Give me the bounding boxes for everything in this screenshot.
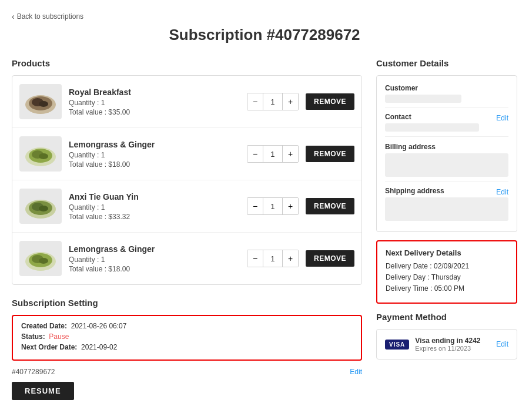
delivery-day: Delivery Day : Thursday <box>386 273 508 281</box>
product-info: Royal Breakfast Quantity : 1 Total value… <box>69 88 240 116</box>
customer-details-title: Customer Details <box>376 58 517 68</box>
product-image <box>19 241 62 276</box>
quantity-increase-button[interactable]: + <box>283 146 298 162</box>
product-total: Total value : $18.00 <box>69 160 240 169</box>
product-info: Lemongrass & Ginger Quantity : 1 Total v… <box>69 244 240 273</box>
quantity-value: 1 <box>263 198 283 214</box>
payment-info: Visa ending in 4242 Expires on 11/2023 <box>415 337 490 352</box>
billing-address-block <box>385 153 508 177</box>
card-name: Visa ending in 4242 <box>415 337 490 345</box>
product-info: Anxi Tie Guan Yin Quantity : 1 Total val… <box>69 192 240 221</box>
products-section-title: Products <box>12 58 362 68</box>
shipping-label: Shipping address <box>385 187 444 195</box>
svg-point-11 <box>39 206 48 211</box>
product-image <box>19 189 62 224</box>
status-value: Pause <box>49 332 69 341</box>
delivery-time: Delivery Time : 05:00 PM <box>386 284 508 293</box>
subscription-setting-title: Subscription Setting <box>12 298 362 308</box>
svg-point-3 <box>39 101 48 107</box>
remove-product-button[interactable]: REMOVE <box>306 93 354 110</box>
payment-edit-link[interactable]: Edit <box>496 340 508 348</box>
remove-product-button[interactable]: REMOVE <box>306 198 354 214</box>
product-quantity: Quantity : 1 <box>69 151 240 159</box>
product-item: Lemongrass & Ginger Quantity : 1 Total v… <box>12 233 361 284</box>
shipping-edit-link[interactable]: Edit <box>496 188 508 196</box>
quantity-control: − 1 + <box>247 93 299 110</box>
subscription-setting-box: Created Date: 2021-08-26 06:07 Status: P… <box>12 315 362 361</box>
product-item: Lemongrass & Ginger Quantity : 1 Total v… <box>12 128 361 180</box>
product-item: Royal Breakfast Quantity : 1 Total value… <box>12 76 361 128</box>
next-delivery-title: Next Delivery Details <box>386 248 508 257</box>
quantity-control: − 1 + <box>247 145 299 163</box>
quantity-increase-button[interactable]: + <box>283 198 298 214</box>
product-total: Total value : $35.00 <box>69 108 240 116</box>
subscription-edit-link[interactable]: Edit <box>350 368 362 376</box>
contact-value <box>385 123 479 132</box>
product-name: Lemongrass & Ginger <box>69 140 240 149</box>
delivery-date: Delivery Date : 02/09/2021 <box>386 262 508 270</box>
payment-section-title: Payment Method <box>376 312 517 322</box>
product-quantity: Quantity : 1 <box>69 256 240 264</box>
product-image <box>19 84 62 119</box>
subscription-id: #4077289672 <box>12 368 55 376</box>
quantity-value: 1 <box>263 146 283 162</box>
quantity-decrease-button[interactable]: − <box>247 146 263 162</box>
quantity-control: − 1 + <box>247 197 299 215</box>
subscription-setting-section: Subscription Setting Created Date: 2021-… <box>12 298 362 400</box>
svg-point-7 <box>39 153 48 159</box>
created-date-label: Created Date: <box>21 322 67 330</box>
quantity-value: 1 <box>263 250 283 267</box>
customer-details-box: Customer Contact Edit Billing address Sh… <box>376 75 517 232</box>
card-expiry: Expires on 11/2023 <box>415 345 490 352</box>
product-total: Total value : $18.00 <box>69 265 240 273</box>
product-quantity: Quantity : 1 <box>69 203 240 211</box>
next-delivery-box: Next Delivery Details Delivery Date : 02… <box>376 240 517 304</box>
next-order-value: 2021-09-02 <box>81 343 117 351</box>
payment-box: VISA Visa ending in 4242 Expires on 11/2… <box>376 329 517 359</box>
resume-button[interactable]: RESUME <box>12 382 74 400</box>
customer-value <box>385 95 461 103</box>
status-label: Status: <box>21 332 45 341</box>
quantity-increase-button[interactable]: + <box>283 93 298 110</box>
shipping-address-block <box>385 197 508 221</box>
remove-product-button[interactable]: REMOVE <box>306 146 354 162</box>
created-date-value: 2021-08-26 06:07 <box>71 322 127 330</box>
quantity-decrease-button[interactable]: − <box>247 93 263 110</box>
quantity-control: − 1 + <box>247 250 299 267</box>
remove-product-button[interactable]: REMOVE <box>306 250 354 267</box>
product-item: Anxi Tie Guan Yin Quantity : 1 Total val… <box>12 180 361 233</box>
product-image <box>19 136 62 172</box>
billing-label: Billing address <box>385 143 508 151</box>
customer-label: Customer <box>385 84 508 92</box>
product-quantity: Quantity : 1 <box>69 99 240 107</box>
product-total: Total value : $33.32 <box>69 213 240 221</box>
quantity-decrease-button[interactable]: − <box>247 198 263 214</box>
page-title: Subscription #4077289672 <box>12 26 517 44</box>
visa-badge: VISA <box>385 340 409 350</box>
product-name: Royal Breakfast <box>69 88 240 97</box>
product-name: Lemongrass & Ginger <box>69 244 240 254</box>
contact-label: Contact <box>385 113 411 121</box>
products-box: Royal Breakfast Quantity : 1 Total value… <box>12 75 362 285</box>
product-info: Lemongrass & Ginger Quantity : 1 Total v… <box>69 140 240 169</box>
contact-edit-link[interactable]: Edit <box>496 114 508 122</box>
quantity-increase-button[interactable]: + <box>283 250 298 267</box>
product-name: Anxi Tie Guan Yin <box>69 192 240 201</box>
quantity-value: 1 <box>263 93 283 110</box>
next-order-label: Next Order Date: <box>21 343 77 351</box>
svg-point-15 <box>39 258 48 264</box>
quantity-decrease-button[interactable]: − <box>247 250 263 267</box>
back-to-subscriptions-link[interactable]: Back to subscriptions <box>12 12 83 21</box>
